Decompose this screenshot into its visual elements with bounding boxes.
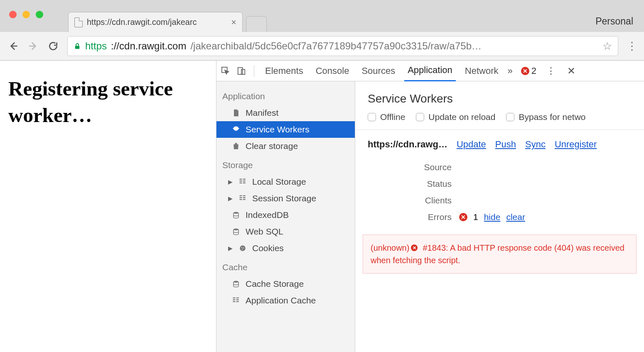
sidebar-group-storage: Storage xyxy=(216,154,355,174)
error-icon: ✕ xyxy=(521,67,529,75)
error-icon: ✕ xyxy=(411,244,418,251)
svg-rect-15 xyxy=(240,199,242,200)
error-message-box: (unknown)✕ #1843: A bad HTTP response co… xyxy=(363,235,637,274)
url-host: ://cdn.rawgit.com xyxy=(111,40,186,52)
error-count-badge[interactable]: ✕ 2 xyxy=(521,66,536,76)
tab-sources[interactable]: Sources xyxy=(358,61,398,81)
sidebar-item-app-cache[interactable]: Application Cache xyxy=(216,292,355,309)
more-tabs-icon[interactable]: » xyxy=(507,66,512,76)
lock-icon xyxy=(74,42,81,51)
sw-clients-label: Clients xyxy=(368,196,459,205)
svg-point-20 xyxy=(241,247,242,248)
bookmark-icon[interactable]: ☆ xyxy=(602,40,612,53)
document-icon xyxy=(231,108,241,117)
sw-error-count: 1 xyxy=(473,212,478,222)
page-icon xyxy=(74,17,83,27)
grid-icon xyxy=(238,177,247,186)
sidebar-item-cookies[interactable]: ▶ Cookies xyxy=(216,240,355,257)
page-heading: Registering service worker… xyxy=(8,76,208,128)
sidebar-item-clear-storage[interactable]: Clear storage xyxy=(216,138,355,154)
svg-rect-10 xyxy=(243,183,246,183)
window-close-button[interactable] xyxy=(9,11,17,18)
svg-rect-9 xyxy=(240,183,242,183)
sidebar-item-manifest[interactable]: Manifest xyxy=(216,105,355,121)
svg-point-22 xyxy=(242,249,243,249)
tab-application[interactable]: Application xyxy=(404,61,456,81)
svg-rect-0 xyxy=(75,46,80,49)
expand-icon[interactable]: ▶ xyxy=(228,178,233,185)
svg-rect-29 xyxy=(236,301,239,302)
error-icon: ✕ xyxy=(459,213,467,221)
grid-icon xyxy=(238,194,247,203)
application-sidebar: Application Manifest Service Workers Cle… xyxy=(216,81,355,352)
sidebar-item-service-workers[interactable]: Service Workers xyxy=(216,121,355,138)
update-on-reload-checkbox[interactable]: Update on reload xyxy=(416,112,495,122)
sw-hide-errors-link[interactable]: hide xyxy=(484,212,501,222)
svg-rect-6 xyxy=(243,179,246,180)
svg-rect-26 xyxy=(233,299,236,300)
sidebar-group-cache: Cache xyxy=(216,257,355,276)
sw-sync-link[interactable]: Sync xyxy=(525,139,546,150)
grid-icon xyxy=(231,296,241,305)
svg-rect-5 xyxy=(240,179,242,180)
tab-network[interactable]: Network xyxy=(462,61,502,81)
devtools-menu-icon[interactable]: ⋮ xyxy=(546,66,556,76)
sw-push-link[interactable]: Push xyxy=(495,139,516,150)
forward-button xyxy=(27,40,39,52)
sw-source-label: Source xyxy=(368,162,459,172)
expand-icon[interactable]: ▶ xyxy=(228,245,233,252)
svg-rect-13 xyxy=(240,197,242,198)
sw-clear-errors-link[interactable]: clear xyxy=(506,212,525,222)
tab-title: https://cdn.rawgit.com/jakearc xyxy=(87,17,197,27)
svg-rect-8 xyxy=(243,181,246,181)
sidebar-group-application: Application xyxy=(216,86,355,105)
inspect-icon[interactable] xyxy=(221,66,231,76)
trash-icon xyxy=(231,142,241,151)
sidebar-item-indexeddb[interactable]: IndexedDB xyxy=(216,207,355,223)
sidebar-item-local-storage[interactable]: ▶ Local Storage xyxy=(216,174,355,190)
svg-rect-27 xyxy=(236,299,239,300)
page-content: Registering service worker… xyxy=(0,61,216,352)
svg-point-19 xyxy=(240,245,246,251)
panel-title: Service Workers xyxy=(355,81,644,112)
expand-icon[interactable]: ▶ xyxy=(228,195,233,202)
sw-status-label: Status xyxy=(368,179,459,189)
svg-point-23 xyxy=(234,281,238,283)
address-bar[interactable]: https://cdn.rawgit.com/jakearchibald/5dc… xyxy=(67,36,618,56)
svg-rect-14 xyxy=(243,197,246,198)
back-button[interactable] xyxy=(7,40,19,52)
sw-errors-label: Errors xyxy=(368,212,459,222)
window-zoom-button[interactable] xyxy=(36,11,43,18)
tab-console[interactable]: Console xyxy=(312,61,353,81)
sidebar-item-websql[interactable]: Web SQL xyxy=(216,223,355,240)
sidebar-item-cache-storage[interactable]: Cache Storage xyxy=(216,276,355,292)
svg-rect-7 xyxy=(240,181,242,181)
window-minimize-button[interactable] xyxy=(22,11,30,18)
browser-tab[interactable]: https://cdn.rawgit.com/jakearc × xyxy=(68,12,243,32)
svg-rect-25 xyxy=(236,298,239,298)
sw-unregister-link[interactable]: Unregister xyxy=(555,139,597,150)
profile-label[interactable]: Personal xyxy=(595,16,633,27)
cookie-icon xyxy=(238,244,247,253)
sidebar-item-session-storage[interactable]: ▶ Session Storage xyxy=(216,190,355,207)
device-toggle-icon[interactable] xyxy=(236,66,246,76)
gear-icon xyxy=(231,125,241,134)
svg-point-17 xyxy=(234,212,238,214)
svg-rect-24 xyxy=(233,298,236,298)
offline-checkbox[interactable]: Offline xyxy=(368,112,405,122)
url-scheme: https xyxy=(85,40,107,52)
bypass-network-checkbox[interactable]: Bypass for netwo xyxy=(506,112,585,122)
browser-menu-icon[interactable]: ⋮ xyxy=(627,40,637,53)
reload-button[interactable] xyxy=(47,40,59,52)
separator xyxy=(254,65,254,77)
svg-point-18 xyxy=(234,229,238,231)
tab-elements[interactable]: Elements xyxy=(262,61,307,81)
close-tab-icon[interactable]: × xyxy=(231,17,236,28)
url-path: /jakearchibald/5dc56e0cf7a7677189b47757a… xyxy=(190,40,482,52)
devtools-close-icon[interactable]: ✕ xyxy=(567,65,575,77)
sw-origin: https://cdn.rawg… xyxy=(368,139,447,150)
new-tab-button[interactable] xyxy=(246,16,267,32)
svg-rect-2 xyxy=(238,67,243,74)
database-icon xyxy=(231,279,241,288)
sw-update-link[interactable]: Update xyxy=(457,139,486,150)
